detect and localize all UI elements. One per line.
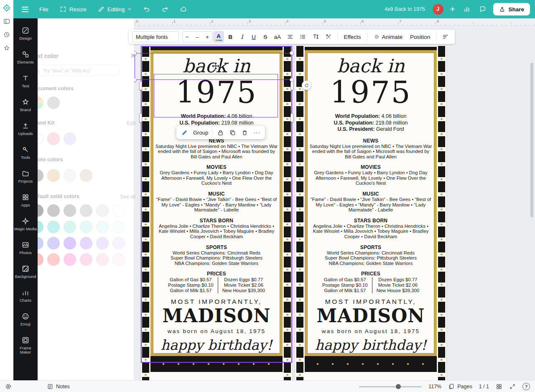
poster-name[interactable]: MADISON	[307, 306, 434, 326]
poster-closing-script[interactable]: happy birthday!	[153, 337, 280, 354]
color-swatch[interactable]	[47, 237, 60, 249]
strikethrough-button[interactable]: S	[260, 31, 271, 43]
section-heading[interactable]: MUSIC	[307, 191, 434, 197]
section-body[interactable]: World Series Champions: Cincinnati Reds …	[153, 250, 280, 266]
italic-button[interactable]: I	[237, 31, 247, 43]
sidebar-item-background[interactable]: Background	[13, 261, 38, 285]
share-button[interactable]: Share	[493, 3, 530, 15]
prices-columns[interactable]: Gallon of Gas $0.57 Postage Stamp $0.10 …	[153, 277, 280, 293]
position-button[interactable]: Position	[407, 31, 433, 43]
color-swatch[interactable]	[80, 204, 92, 217]
color-swatch[interactable]	[80, 169, 92, 182]
selection-side-handle[interactable]	[139, 81, 142, 90]
recent-button[interactable]	[2, 30, 11, 39]
section-heading[interactable]: MOVIES	[307, 164, 434, 170]
sidebar-item-elements[interactable]: Elements	[13, 46, 38, 70]
see-all-link[interactable]: See all	[120, 194, 135, 200]
poster-stats[interactable]: World Population: 4.06 billion U.S. Popu…	[307, 113, 434, 133]
color-swatch[interactable]	[64, 253, 76, 266]
poster-closing-script[interactable]: happy birthday!	[307, 337, 434, 354]
home-button[interactable]	[2, 3, 11, 13]
transparency-button[interactable]	[322, 31, 334, 43]
section-body[interactable]: Saturday Night Live premiered on NBC • T…	[307, 144, 434, 160]
poster-birthdate[interactable]: was born on August 18, 1975	[307, 328, 434, 334]
alignment-button[interactable]	[284, 31, 296, 43]
text-color-button[interactable]: A	[213, 31, 224, 43]
poster-birthdate[interactable]: was born on August 18, 1975	[153, 328, 280, 334]
text-case-button[interactable]: aA	[272, 31, 283, 43]
poster-name[interactable]: MADISON	[153, 306, 280, 326]
animate-button[interactable]: Animate	[370, 31, 406, 43]
most-importantly-text[interactable]: MOST IMPORTANTLY,	[153, 298, 280, 305]
color-swatch[interactable]	[64, 169, 76, 182]
section-heading[interactable]: MOVIES	[153, 164, 280, 170]
main-menu-button[interactable]	[18, 3, 33, 16]
selection-side-handle[interactable]	[290, 113, 293, 122]
color-swatch[interactable]	[64, 204, 76, 217]
sidebar-item-emoji[interactable]: Emoji	[13, 308, 38, 332]
section-heading[interactable]: PRICES	[153, 271, 280, 277]
section-body[interactable]: World Series Champions: Cincinnati Reds …	[307, 250, 434, 266]
section-body[interactable]: Grey Gardens • Funny Lady • Barry Lyndon…	[153, 170, 280, 186]
poster-content[interactable]: back in 1975 World Population: 4.06 bill…	[305, 50, 437, 356]
sidebar-item-text[interactable]: Text	[13, 70, 38, 94]
color-swatch[interactable]	[47, 169, 60, 182]
magic-edit-button[interactable]	[179, 127, 190, 138]
undo-button[interactable]	[139, 3, 155, 16]
section-body[interactable]: Saturday Night Live premiered on NBC • T…	[153, 144, 280, 160]
bold-button[interactable]: B	[225, 31, 236, 43]
canvas-page-2[interactable]: back in 1975 World Population: 4.06 bill…	[295, 46, 446, 380]
sidebar-item-apps[interactable]: Apps	[13, 189, 38, 213]
color-swatch[interactable]	[47, 132, 60, 145]
color-swatch[interactable]	[96, 204, 109, 217]
brand-edit-link[interactable]: Edit	[127, 120, 135, 126]
avatar[interactable]: J	[433, 4, 443, 15]
rotate-handle[interactable]	[302, 81, 311, 90]
color-swatch[interactable]	[112, 237, 125, 249]
color-swatch[interactable]	[64, 237, 76, 249]
color-swatch[interactable]	[112, 221, 125, 233]
sidebar-item-magic-media[interactable]: Magic Media	[13, 213, 38, 237]
zoom-level[interactable]: 117%	[428, 384, 441, 389]
color-swatch[interactable]	[96, 253, 109, 266]
help-button[interactable]: ?	[522, 383, 530, 390]
poster-title-script[interactable]: back in	[307, 55, 434, 77]
section-heading[interactable]: PRICES	[307, 271, 434, 277]
design-canvas[interactable]: 0 1 2 3 4 5 6 7 8 back in 1975 World Pop…	[134, 18, 535, 380]
editing-mode-button[interactable]: Editing	[93, 3, 136, 16]
font-family-selector[interactable]: Multiple fonts	[132, 31, 179, 42]
font-size-increase-button[interactable]: +	[203, 31, 212, 43]
color-swatch[interactable]	[64, 221, 76, 233]
poster-content[interactable]: back in 1975 World Population: 4.06 bill…	[150, 50, 283, 356]
list-button[interactable]	[297, 31, 309, 43]
color-swatch[interactable]	[80, 253, 92, 266]
group-button[interactable]: Group	[191, 127, 210, 138]
section-heading[interactable]: NEWS	[307, 138, 434, 144]
sidebar-item-design[interactable]: Design	[13, 23, 38, 46]
close-panel-button[interactable]	[130, 53, 136, 59]
selection-side-handle[interactable]	[290, 81, 293, 90]
poster-title-year[interactable]: 1975	[307, 77, 434, 108]
color-swatch[interactable]	[112, 253, 125, 266]
section-heading[interactable]: MUSIC	[153, 191, 280, 197]
spacing-button[interactable]	[310, 31, 322, 43]
color-swatch[interactable]	[64, 132, 76, 145]
sidebar-item-frame-maker[interactable]: Frame Maker	[13, 332, 38, 356]
effects-button[interactable]: Effects	[341, 31, 364, 43]
selection-corner-handle[interactable]	[290, 51, 294, 55]
sidebar-item-uploads[interactable]: Uploads	[13, 118, 38, 142]
sidebar-item-photos[interactable]: Photos	[13, 237, 38, 261]
vertical-scrollbar[interactable]	[530, 63, 533, 217]
notes-button[interactable]: Notes	[47, 383, 70, 390]
color-swatch[interactable]	[96, 237, 109, 249]
color-swatch[interactable]	[112, 204, 125, 217]
poster-title-year[interactable]: 1975	[153, 77, 280, 108]
delete-button[interactable]	[239, 127, 250, 138]
duplicate-button[interactable]	[227, 127, 238, 138]
add-member-button[interactable]: +	[448, 3, 457, 16]
color-swatch[interactable]	[96, 221, 109, 233]
sidebar-item-charts[interactable]: Charts	[13, 285, 38, 308]
color-swatch[interactable]	[47, 253, 60, 266]
starred-button[interactable]	[2, 43, 11, 53]
font-size-decrease-button[interactable]: −	[183, 31, 192, 43]
